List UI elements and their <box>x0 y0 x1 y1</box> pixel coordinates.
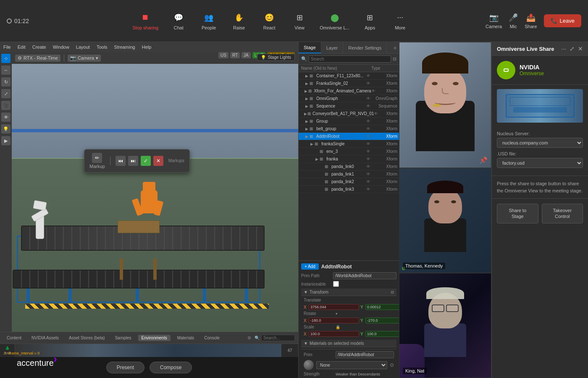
chat-btn[interactable]: 💬 Chat <box>168 12 189 30</box>
markup-next-btn[interactable]: ⏭ <box>128 156 138 166</box>
stage-filter-btn[interactable]: ⊟ <box>393 56 396 62</box>
takeover-control-button[interactable]: Takeover Control <box>542 204 583 223</box>
mat-name-select[interactable]: None <box>316 361 387 369</box>
tool-play[interactable]: ▶ <box>1 136 10 145</box>
stage-tab-stage[interactable]: Stage <box>299 42 321 53</box>
rotate-x-input[interactable] <box>309 318 359 323</box>
search-icon[interactable]: 🔍 <box>255 335 295 341</box>
tree-item-sequence[interactable]: ▶ ⊞ Sequence 👁 Sequence <box>299 102 399 110</box>
transform-section[interactable]: ▼ Transform ⊙ <box>301 289 396 296</box>
tab-nvidia-assets[interactable]: NVIDIA Assets <box>28 335 62 341</box>
tool-eye[interactable]: 👁 <box>1 113 10 122</box>
people-btn[interactable]: 👥 People <box>199 12 219 30</box>
tree-item-link3[interactable]: ⊞ panda_link3 👁 Xform <box>299 186 399 193</box>
tree-item-conveyor[interactable]: ▶ ⊞ ConveyorBelt_A17_PR_NVD_01 👁 Xform <box>299 110 399 118</box>
tree-item-franka2[interactable]: ▶ ⊞ FrankaSingle_02 👁 Xform <box>299 80 399 87</box>
materials-section[interactable]: ▼ Materials on selected models <box>301 340 396 347</box>
tree-item-belt-group[interactable]: ▶ ⊞ belt_group 👁 Xform <box>299 125 399 133</box>
stage-tab-render[interactable]: Render Settings <box>343 42 387 53</box>
present-button[interactable]: Present <box>106 362 144 373</box>
rotate-y-input[interactable] <box>365 318 399 323</box>
visibility-icon-13[interactable]: 👁 <box>366 164 372 169</box>
menu-edit[interactable]: Edit <box>18 45 26 50</box>
tool-move[interactable]: ↔ <box>1 66 10 75</box>
tree-item-group[interactable]: ▶ ⊞ Group 👁 Xform <box>299 118 399 125</box>
stage-search-input[interactable] <box>309 55 391 63</box>
menu-streaming[interactable]: Streaming <box>114 45 135 50</box>
tab-environments[interactable]: Environments <box>138 335 171 341</box>
markup-confirm-btn[interactable]: ✓ <box>141 156 151 166</box>
usd-file-select[interactable]: factory.usd <box>497 158 583 168</box>
tab-content[interactable]: Content <box>3 335 25 341</box>
stage-tab-layer[interactable]: Layer <box>321 42 344 53</box>
tree-item-link0[interactable]: ⊞ panda_link0 👁 Xform <box>299 163 399 171</box>
visibility-icon-11[interactable]: 👁 <box>366 149 372 154</box>
share-btn[interactable]: 📤 Share <box>525 13 537 29</box>
camera-btn[interactable]: 📷 Camera <box>486 13 502 29</box>
visibility-icon[interactable]: 👁 <box>366 74 372 78</box>
menu-window[interactable]: Window <box>53 45 69 50</box>
stage-lights-btn[interactable]: 💡 Stage Lights <box>257 54 295 61</box>
visibility-icon-15[interactable]: 👁 <box>366 179 372 184</box>
nucleus-server-select[interactable]: nucleus.company.com <box>497 138 583 148</box>
prop-add-btn[interactable]: + Add <box>301 263 319 270</box>
translate-x-input[interactable] <box>309 304 359 310</box>
tool-light[interactable]: 💡 <box>1 124 10 134</box>
visibility-icon-4[interactable]: 👁 <box>366 96 372 101</box>
tree-item-link2[interactable]: ⊞ panda_link2 👁 Xform <box>299 178 399 186</box>
scale-lock-icon[interactable]: 🔒 <box>336 325 340 329</box>
tree-item-franka[interactable]: ▶ ⊞ franka 👁 Xform <box>299 155 399 163</box>
translate-y-input[interactable] <box>365 304 399 310</box>
view-btn[interactable]: ⊞ View <box>289 12 310 30</box>
tab-materials[interactable]: Materials <box>174 335 198 341</box>
leave-button[interactable]: 📞 Leave <box>544 14 581 27</box>
react-btn[interactable]: 😊 React <box>259 12 279 30</box>
bottom-search-input[interactable] <box>261 335 295 341</box>
apps-btn[interactable]: ⊞ Apps <box>360 12 380 30</box>
camera-pill[interactable]: 📷 Camera ▾ <box>68 55 101 62</box>
stop-sharing-btn[interactable]: ⏹ Stop sharing <box>132 12 158 30</box>
tree-item-addtnl-robot[interactable]: ▶ ⊞ AddtnlRobot 👁 Xform <box>299 133 399 140</box>
share-to-stage-button[interactable]: Share to Stage <box>497 204 538 223</box>
tab-console[interactable]: Console <box>201 335 223 341</box>
transform-options-icon[interactable]: ⊙ <box>391 290 394 294</box>
menu-create[interactable]: Create <box>32 45 46 50</box>
tool-rotate[interactable]: ↻ <box>1 77 10 87</box>
tree-item-link1[interactable]: ⊞ panda_link1 👁 Xform <box>299 171 399 178</box>
rtx-mode-pill[interactable]: ⚙ RTX - Real-Time <box>15 55 60 62</box>
tab-samples[interactable]: Samples <box>112 335 135 341</box>
raise-btn[interactable]: ✋ Raise <box>229 12 249 30</box>
stage-filter-icon[interactable]: ≡ <box>391 42 399 53</box>
visibility-icon-12[interactable]: 👁 <box>366 157 372 161</box>
scale-x-input[interactable] <box>309 331 359 337</box>
visibility-icon-6[interactable]: 👁 <box>374 111 378 116</box>
mat-prim-input[interactable] <box>336 351 394 358</box>
visibility-icon-16[interactable]: 👁 <box>366 187 372 192</box>
tree-item-env3[interactable]: ⊞ env_3 👁 Xform <box>299 148 399 155</box>
tree-item-container[interactable]: ▶ ⊞ Container_F11_123x80... 👁 Xform <box>299 72 399 80</box>
tool-camera[interactable]: 🎥 <box>1 101 10 110</box>
sidebar-expand-icon[interactable]: ⤢ <box>570 45 575 52</box>
omniverse-btn[interactable]: ⬤ Omniverse L... <box>320 12 350 30</box>
visibility-icon-8[interactable]: 👁 <box>366 126 372 131</box>
visibility-icon-3[interactable]: 👁 <box>371 89 376 93</box>
visibility-icon-7[interactable]: 👁 <box>366 119 372 123</box>
menu-tools[interactable]: Tools <box>97 45 108 50</box>
markup-prev-btn[interactable]: ⏮ <box>116 156 126 166</box>
menu-help[interactable]: Help <box>142 45 152 50</box>
tree-item-franka-single[interactable]: ▶ ⊞ frankaSingle 👁 Xform <box>299 140 399 148</box>
visibility-icon-10[interactable]: 👁 <box>366 142 372 146</box>
markup-cancel-btn[interactable]: ✕ <box>153 156 163 166</box>
3d-scene[interactable]: ⚙ RTX - Real-Time 📷 Camera ▾ <box>0 42 298 332</box>
tab-asset-stores[interactable]: Asset Stores (beta) <box>66 335 108 341</box>
menu-layout[interactable]: Layout <box>76 45 90 50</box>
rotate-mode-icon[interactable]: ▾ <box>336 312 338 316</box>
compose-button[interactable]: Compose <box>150 362 192 373</box>
mic-btn[interactable]: 🎤 Mic <box>509 13 518 29</box>
more-btn[interactable]: ··· More <box>390 12 410 30</box>
tree-item-camera[interactable]: ▶ ⊞ Xform_For_Animated_Camera 👁 Xform <box>299 87 399 95</box>
markup-pen-icon[interactable]: ✏ <box>92 153 102 163</box>
menu-file[interactable]: File <box>3 45 11 50</box>
prim-path-input[interactable] <box>333 272 396 279</box>
settings-icon[interactable]: ⚙ <box>247 336 251 340</box>
